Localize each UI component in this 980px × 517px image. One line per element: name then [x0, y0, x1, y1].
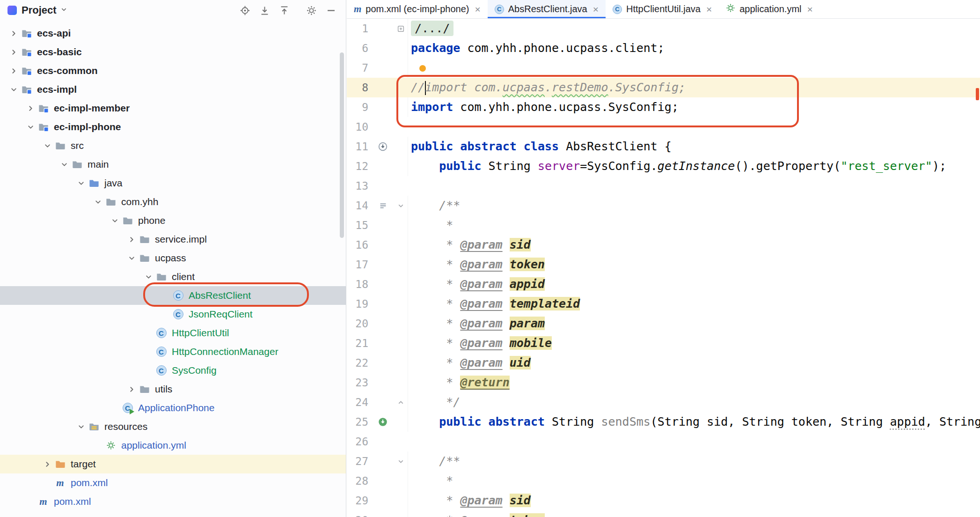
chevron-down-icon[interactable] — [142, 271, 155, 283]
tree-item-ecs-api[interactable]: ecs-api — [0, 24, 346, 43]
code-line[interactable]: //import com.ucpaas.restDemo.SysConfig; — [408, 78, 980, 97]
line-number[interactable]: 17 — [347, 258, 372, 271]
line-number[interactable]: 29 — [347, 495, 372, 507]
close-icon[interactable]: × — [706, 4, 712, 15]
line-number[interactable]: 19 — [347, 298, 372, 310]
chevron-right-icon[interactable] — [7, 514, 20, 517]
fold-toggle-icon[interactable] — [394, 458, 408, 465]
line-number[interactable]: 8 — [347, 81, 372, 94]
chevron-down-icon[interactable] — [75, 421, 88, 433]
chevron-down-icon[interactable] — [58, 158, 71, 171]
tree-item-phone[interactable]: phone — [0, 211, 346, 230]
code-line[interactable]: * @param sid — [408, 491, 980, 510]
tree-item-com.yhh[interactable]: com.yhh — [0, 192, 346, 211]
line-number[interactable]: 12 — [347, 160, 372, 172]
chevron-right-icon[interactable] — [7, 65, 20, 77]
chevron-right-icon[interactable] — [7, 27, 20, 40]
over-gutter-icon[interactable] — [372, 142, 394, 151]
tree-item-pom.xml[interactable]: mpom.xml — [0, 473, 346, 492]
tree-item-partial[interactable] — [0, 511, 346, 517]
line-number[interactable]: 11 — [347, 140, 372, 153]
chevron-right-icon[interactable] — [125, 383, 138, 396]
tree-item-httpconnectionmanager[interactable]: CHttpConnectionManager — [0, 342, 346, 361]
code-line[interactable]: public abstract String sendSms(String si… — [408, 412, 980, 432]
line-number[interactable]: 30 — [347, 514, 372, 517]
code-line[interactable]: * — [408, 471, 980, 491]
chevron-down-icon[interactable] — [41, 140, 54, 152]
line-number[interactable]: 22 — [347, 357, 372, 369]
code-line[interactable]: package com.yhh.phone.ucpass.client; — [408, 38, 980, 58]
tree-item-utils[interactable]: utils — [0, 380, 346, 399]
settings-gear-icon[interactable] — [304, 3, 319, 18]
chevron-right-icon[interactable] — [41, 458, 54, 471]
tree-item-pom.xml[interactable]: mpom.xml — [0, 492, 346, 511]
code-line[interactable]: * @param sid — [408, 235, 980, 255]
tree-item-target[interactable]: target — [0, 455, 346, 473]
code-line[interactable]: /** — [408, 196, 980, 215]
chevron-down-icon[interactable] — [109, 214, 121, 227]
chevron-down-icon[interactable] — [125, 252, 138, 265]
line-number[interactable]: 25 — [347, 416, 372, 428]
tree-item-sysconfig[interactable]: CSysConfig — [0, 361, 346, 380]
code-line[interactable]: public String server=SysConfig.getInstan… — [408, 156, 980, 176]
tree-item-ecs-impl[interactable]: ecs-impl — [0, 80, 346, 99]
impl-gutter-icon[interactable] — [372, 417, 394, 427]
code-line[interactable]: * @param uid — [408, 353, 980, 373]
project-view-dropdown[interactable]: Project — [22, 4, 67, 16]
code-line[interactable] — [408, 58, 980, 78]
tree-item-java[interactable]: java — [0, 174, 346, 192]
tree-item-httpclientutil[interactable]: CHttpClientUtil — [0, 324, 346, 342]
line-number[interactable]: 26 — [347, 436, 372, 448]
chevron-down-icon[interactable] — [75, 177, 88, 190]
line-number[interactable]: 7 — [347, 62, 372, 74]
line-number[interactable]: 6 — [347, 42, 372, 54]
close-icon[interactable]: × — [807, 4, 813, 15]
tree-item-service.impl[interactable]: service.impl — [0, 230, 346, 249]
chevron-down-icon[interactable] — [92, 196, 104, 208]
hide-panel-icon[interactable] — [323, 3, 338, 18]
code-line[interactable]: public abstract class AbsRestClient { — [408, 137, 980, 156]
tree-item-main[interactable]: main — [0, 155, 346, 174]
tab-httpclientutil.java[interactable]: CHttpClientUtil.java× — [606, 0, 719, 18]
close-icon[interactable]: × — [593, 4, 599, 15]
tree-item-ecs-common[interactable]: ecs-common — [0, 61, 346, 80]
chevron-down-icon[interactable] — [24, 121, 37, 133]
tree-item-ec-impl-member[interactable]: ec-impl-member — [0, 99, 346, 118]
line-number[interactable]: 21 — [347, 337, 372, 349]
line-number[interactable]: 13 — [347, 180, 372, 192]
tree-item-ucpass[interactable]: ucpass — [0, 249, 346, 267]
fold-toggle-icon[interactable] — [394, 399, 408, 406]
line-number[interactable]: 18 — [347, 278, 372, 290]
chevron-right-icon[interactable] — [24, 102, 37, 115]
tree-item-resources[interactable]: resources — [0, 417, 346, 436]
close-icon[interactable]: × — [475, 4, 481, 15]
project-tree-scrollbar[interactable] — [340, 52, 344, 238]
code-line[interactable]: * @param token — [408, 255, 980, 274]
line-number[interactable]: 23 — [347, 377, 372, 389]
code-line[interactable]: /** — [408, 451, 980, 471]
chevron-right-icon[interactable] — [125, 233, 138, 246]
collapse-all-icon[interactable] — [277, 3, 292, 18]
list-gutter-icon[interactable] — [372, 201, 394, 210]
tree-item-jsonreqclient[interactable]: CJsonReqClient — [0, 305, 346, 324]
tree-item-client[interactable]: client — [0, 267, 346, 286]
code-line[interactable]: * @param appid — [408, 274, 980, 294]
code-line[interactable]: * @param mobile — [408, 333, 980, 353]
tree-item-applicationphone[interactable]: CApplicationPhone — [0, 399, 346, 417]
line-number[interactable]: 16 — [347, 239, 372, 251]
fold-toggle-icon[interactable] — [394, 202, 408, 210]
line-number[interactable]: 15 — [347, 219, 372, 231]
line-number[interactable]: 9 — [347, 101, 372, 113]
tab-pom.xml-ec-impl-phone-[interactable]: mpom.xml (ec-impl-phone)× — [347, 0, 488, 18]
line-number[interactable]: 28 — [347, 475, 372, 487]
tab-absrestclient.java[interactable]: CAbsRestClient.java× — [488, 0, 606, 18]
chevron-right-icon[interactable] — [7, 46, 20, 59]
line-number[interactable]: 1 — [347, 22, 372, 35]
line-number[interactable]: 24 — [347, 396, 372, 408]
tab-application.yml[interactable]: application.yml× — [719, 0, 820, 18]
code-line[interactable]: * @return — [408, 373, 980, 392]
tree-item-ecs-basic[interactable]: ecs-basic — [0, 43, 346, 61]
tree-item-src[interactable]: src — [0, 136, 346, 155]
code-line[interactable]: * @param token — [408, 510, 980, 517]
line-number[interactable]: 14 — [347, 199, 372, 212]
